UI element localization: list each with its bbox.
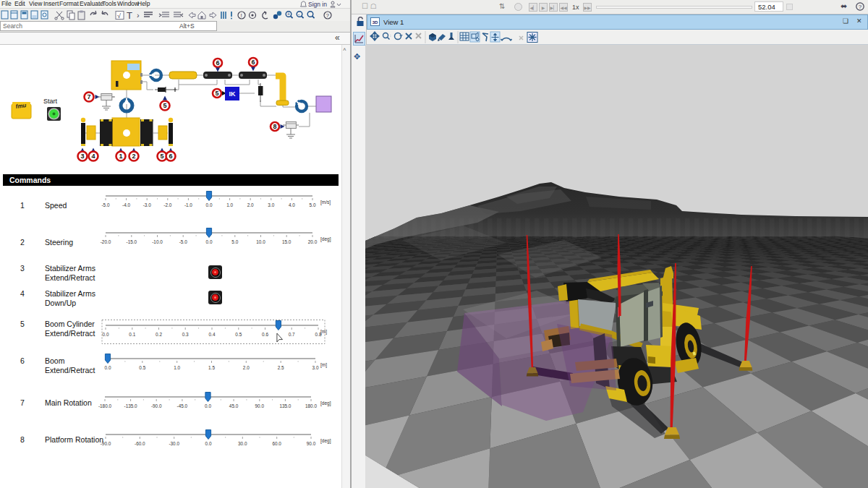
svg-text:3.0: 3.0 — [312, 365, 319, 370]
svg-text:1.0: 1.0 — [226, 202, 233, 207]
svg-text:0.2: 0.2 — [156, 332, 162, 337]
svg-text:0.0: 0.0 — [206, 239, 213, 244]
svg-text:?: ? — [859, 4, 862, 10]
svg-text:2.0: 2.0 — [247, 202, 254, 207]
svg-text:4: 4 — [91, 153, 95, 160]
svg-text:-20.0: -20.0 — [101, 239, 111, 244]
svg-text:-90.0: -90.0 — [151, 403, 162, 408]
svg-text:5: 5 — [163, 102, 166, 109]
svg-text:5: 5 — [215, 90, 218, 97]
svg-text:135.0: 135.0 — [279, 403, 291, 408]
svg-text:3.0: 3.0 — [268, 202, 274, 207]
svg-text:-1.0: -1.0 — [184, 202, 192, 207]
svg-text:-180.0: -180.0 — [98, 403, 112, 408]
svg-text:180.0: 180.0 — [305, 403, 317, 408]
svg-text:3: 3 — [80, 153, 84, 160]
svg-text:7: 7 — [87, 93, 90, 100]
svg-text:90.0: 90.0 — [255, 403, 265, 408]
svg-text:90.0: 90.0 — [307, 441, 316, 446]
svg-text:+: + — [287, 11, 291, 17]
svg-text:0.6: 0.6 — [262, 332, 268, 337]
svg-text:6: 6 — [216, 59, 219, 67]
svg-text:2.0: 2.0 — [243, 365, 250, 370]
svg-text:20.0: 20.0 — [308, 239, 318, 244]
svg-text:-60.0: -60.0 — [135, 441, 145, 446]
svg-text:4.0: 4.0 — [289, 202, 295, 207]
svg-text:10.0: 10.0 — [256, 239, 265, 244]
svg-text:0.5: 0.5 — [235, 332, 242, 337]
svg-text:0.0: 0.0 — [103, 332, 109, 337]
svg-text:IK: IK — [229, 90, 237, 98]
svg-text:0.5: 0.5 — [139, 365, 145, 370]
svg-text:2: 2 — [132, 153, 135, 160]
svg-text:-45.0: -45.0 — [177, 403, 188, 408]
svg-text:!: ! — [240, 12, 242, 19]
svg-text:√: √ — [117, 12, 121, 20]
svg-text:›: › — [137, 11, 140, 20]
svg-text:6: 6 — [169, 153, 172, 160]
svg-text:0.1: 0.1 — [129, 332, 135, 337]
svg-text:5.0: 5.0 — [310, 202, 316, 207]
svg-text:45.0: 45.0 — [229, 403, 239, 408]
svg-text:1: 1 — [119, 153, 122, 160]
svg-text:0.3: 0.3 — [182, 332, 189, 337]
svg-text:60.0: 60.0 — [272, 441, 281, 446]
svg-text:0.4: 0.4 — [209, 332, 216, 337]
svg-text:1.0: 1.0 — [174, 365, 180, 370]
svg-text:-90.0: -90.0 — [101, 441, 111, 446]
svg-text:?: ? — [326, 12, 330, 19]
svg-text:5.0: 5.0 — [231, 239, 238, 244]
svg-text:T: T — [127, 10, 132, 21]
svg-text:0.0: 0.0 — [205, 441, 212, 446]
svg-text:2.5: 2.5 — [278, 365, 284, 370]
svg-text:-15.0: -15.0 — [127, 239, 137, 244]
svg-text:-4.0: -4.0 — [122, 202, 130, 207]
svg-text:-5.0: -5.0 — [179, 239, 187, 244]
svg-text:-10.0: -10.0 — [152, 239, 163, 244]
svg-text:1.5: 1.5 — [208, 365, 215, 370]
svg-text:6: 6 — [251, 59, 255, 66]
svg-text:5: 5 — [160, 153, 163, 160]
svg-text:15.0: 15.0 — [282, 239, 292, 244]
svg-text:-30.0: -30.0 — [169, 441, 179, 446]
svg-text:8: 8 — [273, 123, 276, 130]
svg-text:-135.0: -135.0 — [124, 403, 138, 408]
svg-text:0.0: 0.0 — [105, 365, 111, 370]
svg-text:-2.0: -2.0 — [163, 202, 171, 207]
svg-text:Start: Start — [43, 98, 58, 105]
svg-text:-5.0: -5.0 — [101, 202, 109, 207]
svg-text:0.7: 0.7 — [289, 332, 295, 337]
svg-text:0.0: 0.0 — [205, 403, 211, 408]
svg-text:-3.0: -3.0 — [143, 202, 151, 207]
svg-text::: : — [390, 33, 391, 38]
svg-text:0.0: 0.0 — [206, 202, 213, 207]
svg-text:30.0: 30.0 — [238, 441, 247, 446]
